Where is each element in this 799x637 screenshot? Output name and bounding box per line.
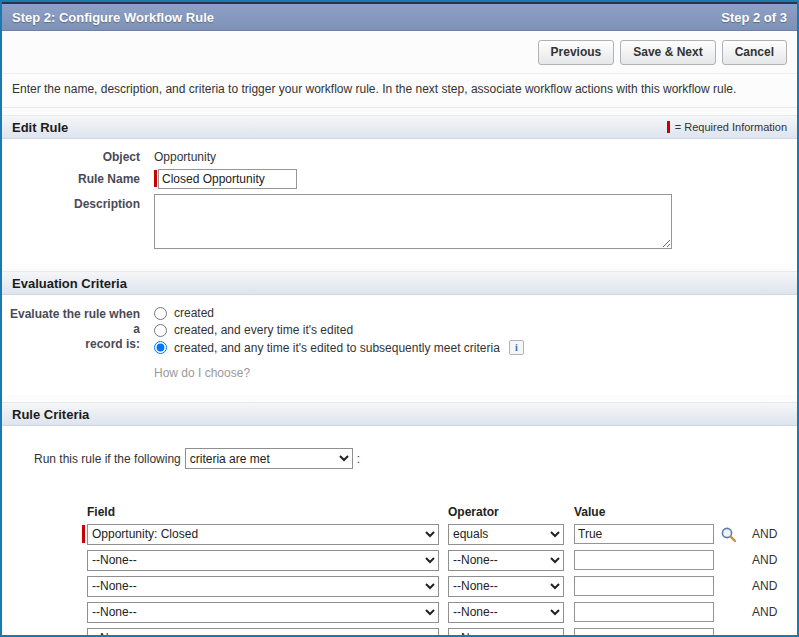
value-input-1[interactable] [574, 524, 714, 544]
object-label: Object [2, 147, 154, 164]
option-created-every-edit[interactable]: created, and every time it's edited [154, 323, 524, 337]
rule-name-input[interactable] [158, 169, 297, 189]
cancel-button[interactable]: Cancel [722, 40, 787, 65]
rule-criteria-body: Run this rule if the following criteria … [2, 426, 797, 637]
radio-created-every-edit[interactable] [154, 324, 167, 337]
evaluate-rule-label: Evaluate the rule when a record is: [2, 303, 154, 352]
run-rule-label: Run this rule if the following [34, 452, 181, 466]
value-column-header: Value [574, 505, 714, 519]
field-column-header: Field [87, 505, 439, 519]
rule-criteria-title: Rule Criteria [12, 407, 89, 422]
radio-created[interactable] [154, 307, 167, 320]
operator-select-5[interactable]: --None-- [448, 628, 564, 637]
conjunction-label: AND [742, 579, 782, 593]
evaluation-criteria-title: Evaluation Criteria [12, 276, 127, 291]
criteria-row-3: --None-- --None-- AND [87, 575, 797, 597]
radio-created-subsequently-meet[interactable] [154, 341, 167, 354]
field-select-2[interactable]: --None-- [87, 550, 439, 571]
field-select-3[interactable]: --None-- [87, 576, 439, 597]
field-select-4[interactable]: --None-- [87, 602, 439, 623]
operator-select-3[interactable]: --None-- [448, 576, 564, 597]
operator-select-1[interactable]: equals [448, 524, 564, 545]
description-row: Description [2, 194, 797, 249]
operator-select-2[interactable]: --None-- [448, 550, 564, 571]
edit-rule-section-header: Edit Rule = Required Information [2, 115, 797, 139]
required-legend-text: = Required Information [675, 121, 787, 133]
option-created[interactable]: created [154, 306, 524, 320]
criteria-row-4: --None-- --None-- AND [87, 601, 797, 623]
field-select-1[interactable]: Opportunity: Closed [87, 524, 439, 545]
criteria-filter-table: Field Operator Value Opportunity: Closed… [87, 505, 797, 637]
criteria-mode-select[interactable]: criteria are met [185, 448, 353, 469]
required-indicator-icon [154, 170, 157, 187]
info-icon[interactable]: i [509, 340, 524, 355]
run-rule-suffix: : [357, 452, 360, 466]
description-label: Description [2, 194, 154, 211]
edit-rule-body: Object Opportunity Rule Name Description [2, 139, 797, 264]
field-select-5[interactable]: --None-- [87, 628, 439, 637]
step-indicator: Step 2 of 3 [721, 10, 787, 25]
value-input-2[interactable] [574, 550, 714, 570]
page-title: Step 2: Configure Workflow Rule [12, 10, 214, 25]
rule-name-row: Rule Name [2, 169, 797, 189]
required-indicator-icon [82, 525, 85, 543]
rule-name-label: Rule Name [2, 169, 154, 186]
evaluation-options: created created, and every time it's edi… [154, 303, 524, 380]
required-info-legend: = Required Information [667, 121, 787, 133]
evaluation-criteria-body: Evaluate the rule when a record is: crea… [2, 295, 797, 395]
conjunction-label: AND [742, 605, 782, 619]
description-textarea[interactable] [154, 194, 672, 249]
edit-rule-title: Edit Rule [12, 120, 68, 135]
value-input-5[interactable] [574, 628, 714, 637]
rule-criteria-section-header: Rule Criteria [2, 402, 797, 426]
value-input-4[interactable] [574, 602, 714, 622]
lookup-magnifier-icon[interactable] [720, 526, 737, 543]
operator-select-4[interactable]: --None-- [448, 602, 564, 623]
workflow-rule-wizard: Step 2: Configure Workflow Rule Step 2 o… [0, 0, 799, 637]
required-indicator-icon [667, 121, 670, 133]
criteria-row-1: Opportunity: Closed equals [87, 523, 797, 545]
object-value: Opportunity [154, 147, 216, 164]
option-created-subsequently-meet[interactable]: created, and any time it's edited to sub… [154, 340, 524, 355]
criteria-row-5: --None-- --None-- [87, 627, 797, 637]
run-rule-row: Run this rule if the following criteria … [2, 434, 797, 469]
value-input-3[interactable] [574, 576, 714, 596]
object-row: Object Opportunity [2, 147, 797, 164]
conjunction-label: AND [742, 553, 782, 567]
operator-column-header: Operator [448, 505, 564, 519]
how-do-i-choose-link[interactable]: How do I choose? [154, 366, 524, 380]
previous-button[interactable]: Previous [538, 40, 615, 65]
evaluation-criteria-section-header: Evaluation Criteria [2, 271, 797, 295]
wizard-button-row: Previous Save & Next Cancel [2, 31, 797, 73]
criteria-row-2: --None-- --None-- AND [87, 549, 797, 571]
criteria-header-row: Field Operator Value [87, 505, 797, 519]
wizard-title-bar: Step 2: Configure Workflow Rule Step 2 o… [2, 2, 797, 31]
intro-text: Enter the name, description, and criteri… [2, 73, 797, 108]
save-and-next-button[interactable]: Save & Next [620, 40, 715, 65]
conjunction-label: AND [742, 527, 782, 541]
